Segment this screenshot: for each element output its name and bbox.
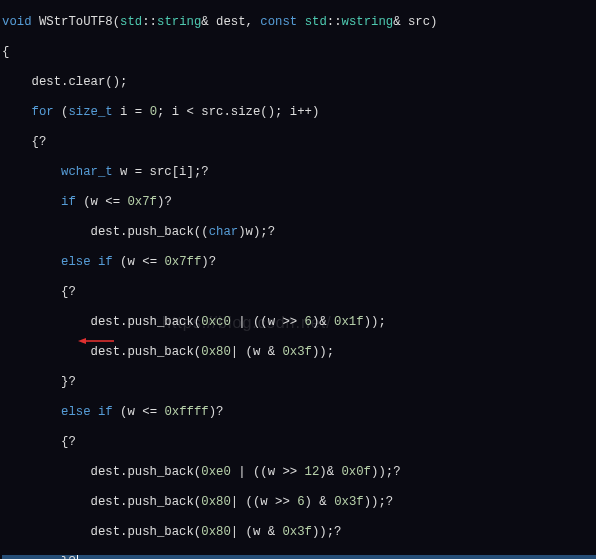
token-number: 0x0f bbox=[341, 465, 371, 479]
token: | ((w >> bbox=[231, 495, 297, 509]
token: :: bbox=[327, 15, 342, 29]
svg-marker-1 bbox=[78, 338, 86, 344]
token: )? bbox=[201, 255, 216, 269]
code-line[interactable]: else if (w <= 0xffff)? bbox=[2, 405, 596, 420]
token: dest.clear(); bbox=[2, 75, 127, 89]
code-line[interactable]: dest.push_back(0xc0 | ((w >> 6)& 0x1f)); bbox=[2, 315, 596, 330]
token-number: 0x7f bbox=[127, 195, 157, 209]
code-line[interactable]: dest.push_back(0x80| (w & 0x3f));? bbox=[2, 525, 596, 540]
token: (w <= bbox=[76, 195, 128, 209]
token: w = src[i];? bbox=[113, 165, 209, 179]
code-line[interactable]: dest.push_back((char)w);? bbox=[2, 225, 596, 240]
token bbox=[2, 195, 61, 209]
code-line[interactable]: dest.clear(); bbox=[2, 75, 596, 90]
code-line[interactable]: {? bbox=[2, 285, 596, 300]
token bbox=[297, 15, 304, 29]
token: dest.push_back(( bbox=[2, 225, 209, 239]
token: (w <= bbox=[113, 255, 165, 269]
token-number: 0x3f bbox=[282, 345, 312, 359]
token-type: wstring bbox=[342, 15, 394, 29]
token-number: 0x80 bbox=[201, 525, 231, 539]
token: dest.push_back( bbox=[2, 495, 201, 509]
token: | (w & bbox=[231, 345, 283, 359]
code-line[interactable]: }? bbox=[2, 375, 596, 390]
token-type: wchar_t bbox=[61, 165, 113, 179]
token bbox=[2, 255, 61, 269]
token: )& bbox=[312, 315, 334, 329]
token-number: 0 bbox=[150, 105, 157, 119]
token: WStrToUTF8( bbox=[32, 15, 121, 29]
token: { bbox=[2, 45, 9, 59]
token: }? bbox=[2, 375, 76, 389]
token-number: 0x80 bbox=[201, 495, 231, 509]
token-number: 0x1f bbox=[334, 315, 364, 329]
code-line[interactable]: dest.push_back(0xe0 | ((w >> 12)& 0x0f))… bbox=[2, 465, 596, 480]
token: )? bbox=[157, 195, 172, 209]
token: )); bbox=[312, 345, 334, 359]
token bbox=[2, 105, 32, 119]
token: & dest, bbox=[201, 15, 260, 29]
text-cursor bbox=[77, 555, 78, 559]
token: ));? bbox=[312, 525, 342, 539]
token: )? bbox=[209, 405, 224, 419]
code-editor[interactable]: void WStrToUTF8(std::string& dest, const… bbox=[0, 0, 596, 559]
token-number: 0x7ff bbox=[164, 255, 201, 269]
token-number: 0x80 bbox=[201, 345, 231, 359]
token-keyword: void bbox=[2, 15, 32, 29]
token: dest.push_back( bbox=[2, 315, 201, 329]
token-type: string bbox=[157, 15, 201, 29]
token bbox=[2, 405, 61, 419]
token-type: size_t bbox=[68, 105, 112, 119]
code-line[interactable]: dest.push_back(0x80| ((w >> 6) & 0x3f));… bbox=[2, 495, 596, 510]
token-keyword: if bbox=[61, 195, 76, 209]
code-line[interactable]: if (w <= 0x7f)? bbox=[2, 195, 596, 210]
token: i = bbox=[113, 105, 150, 119]
code-line[interactable]: else if (w <= 0x7ff)? bbox=[2, 255, 596, 270]
token: & src) bbox=[393, 15, 437, 29]
token bbox=[91, 405, 98, 419]
token: {? bbox=[2, 285, 76, 299]
token: ) & bbox=[305, 495, 335, 509]
token: ; i < src.size(); i++) bbox=[157, 105, 319, 119]
token: :: bbox=[142, 15, 157, 29]
token-number: 6 bbox=[297, 495, 304, 509]
token bbox=[2, 165, 61, 179]
token-keyword: if bbox=[98, 405, 113, 419]
token: | ((w >> bbox=[231, 465, 305, 479]
token: ( bbox=[54, 105, 69, 119]
token-number: 12 bbox=[305, 465, 320, 479]
token-number: 0xc0 bbox=[201, 315, 231, 329]
code-line[interactable]: {? bbox=[2, 435, 596, 450]
token: ));? bbox=[364, 495, 394, 509]
code-line[interactable]: { bbox=[2, 45, 596, 60]
token-keyword: if bbox=[98, 255, 113, 269]
token-keyword: const bbox=[260, 15, 297, 29]
token-number: 0x3f bbox=[282, 525, 312, 539]
code-line[interactable]: void WStrToUTF8(std::string& dest, const… bbox=[2, 15, 596, 30]
token-keyword: else bbox=[61, 255, 91, 269]
token bbox=[91, 255, 98, 269]
token-namespace: std bbox=[120, 15, 142, 29]
token: {? bbox=[2, 135, 46, 149]
token: (w <= bbox=[113, 405, 165, 419]
token: }? bbox=[2, 555, 76, 559]
code-line[interactable]: wchar_t w = src[i];? bbox=[2, 165, 596, 180]
token: | ((w >> bbox=[231, 315, 305, 329]
token-number: 0xffff bbox=[164, 405, 208, 419]
token-namespace: std bbox=[305, 15, 327, 29]
code-line[interactable]: for (size_t i = 0; i < src.size(); i++) bbox=[2, 105, 596, 120]
token-number: 6 bbox=[305, 315, 312, 329]
annotation-arrow-icon bbox=[78, 337, 114, 345]
token: dest.push_back( bbox=[2, 525, 201, 539]
token: dest.push_back( bbox=[2, 465, 201, 479]
token: )& bbox=[319, 465, 341, 479]
token: {? bbox=[2, 435, 76, 449]
token: dest.push_back( bbox=[2, 345, 201, 359]
token: ));? bbox=[371, 465, 401, 479]
code-line[interactable]: {? bbox=[2, 135, 596, 150]
token-keyword: else bbox=[61, 405, 91, 419]
code-line[interactable]: }? bbox=[2, 555, 596, 559]
token-type: char bbox=[209, 225, 239, 239]
code-line[interactable]: dest.push_back(0x80| (w & 0x3f)); bbox=[2, 345, 596, 360]
token: | (w & bbox=[231, 525, 283, 539]
